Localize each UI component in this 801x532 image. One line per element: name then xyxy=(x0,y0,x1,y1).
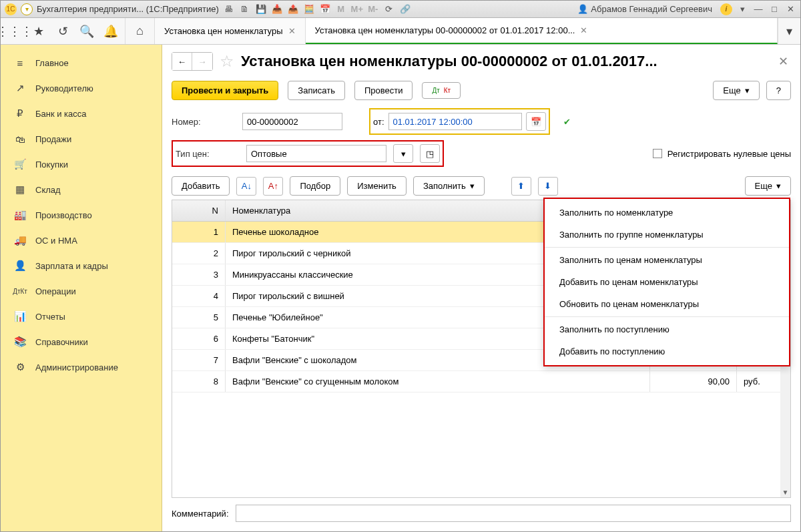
favorite-star-icon[interactable]: ☆ xyxy=(220,52,234,71)
write-button[interactable]: Записать xyxy=(288,81,345,100)
fill-by-receipt[interactable]: Заполнить по поступлению xyxy=(545,318,789,340)
sidebar-item-production[interactable]: 🏭Производство xyxy=(1,202,162,228)
refresh-icon[interactable]: ⟳ xyxy=(383,3,395,15)
cell-n: 5 xyxy=(172,307,226,328)
history-icon[interactable]: ↺ xyxy=(55,24,70,39)
app-logo-icon: 1С xyxy=(5,3,17,15)
tab-item[interactable]: Установка цен номенклатуры ✕ xyxy=(155,18,306,44)
sidebar-item-main[interactable]: ≡Главное xyxy=(1,50,162,75)
register-zero-checkbox[interactable]: Регистрировать нулевые цены xyxy=(653,149,791,159)
notifications-icon[interactable]: 🔔 xyxy=(103,24,118,39)
sidebar-item-reports[interactable]: 📊Отчеты xyxy=(1,304,162,329)
back-button[interactable]: ← xyxy=(172,53,192,70)
fill-by-group[interactable]: Заполнить по группе номенклатуры xyxy=(545,224,789,246)
price-type-highlight: Тип цен: Оптовые ▾ ◳ xyxy=(172,140,444,167)
change-button[interactable]: Изменить xyxy=(347,176,407,196)
date-field[interactable]: 01.01.2017 12:00:00 xyxy=(388,113,522,130)
sidebar-item-warehouse[interactable]: ▦Склад xyxy=(1,177,162,202)
fill-by-prices[interactable]: Заполнить по ценам номенклатуры xyxy=(545,249,789,271)
move-down-icon[interactable]: ⬇ xyxy=(538,177,558,196)
sidebar-item-purchases[interactable]: 🛒Покупки xyxy=(1,152,162,177)
titlebar: 1С ▾ Бухгалтерия предприяти... (1С:Предп… xyxy=(1,1,800,18)
sidebar-item-operations[interactable]: ДтКтОперации xyxy=(1,278,162,304)
help-button[interactable]: ? xyxy=(766,81,791,100)
select-dropdown-icon[interactable]: ▾ xyxy=(393,144,413,163)
fill-menu: Заполнить по номенклатуре Заполнить по г… xyxy=(543,198,790,366)
books-icon: 📚 xyxy=(14,336,26,348)
tab-label: Установка цен номенклатуры 00-00000002 о… xyxy=(315,25,575,35)
calc-icon[interactable]: 🧮 xyxy=(303,3,315,15)
current-user[interactable]: 👤 Абрамов Геннадий Сергеевич xyxy=(573,4,716,14)
fill-button[interactable]: Заполнить ▾ xyxy=(413,176,485,196)
save-icon[interactable]: 💾 xyxy=(255,3,267,15)
info-drop-icon[interactable]: ▾ xyxy=(736,3,748,15)
sidebar-item-assets[interactable]: 🚚ОС и НМА xyxy=(1,228,162,253)
add-by-prices[interactable]: Добавить по ценам номенклатуры xyxy=(545,271,789,293)
dtkt-button[interactable]: ДтКт xyxy=(422,82,461,99)
forward-button[interactable]: → xyxy=(192,53,212,70)
sidebar-item-admin[interactable]: ⚙Администрирование xyxy=(1,354,162,380)
tab-item-active[interactable]: Установка цен номенклатуры 00-00000002 о… xyxy=(306,18,778,44)
status-ok-icon: ✔ xyxy=(563,117,571,127)
tab-close-icon[interactable]: ✕ xyxy=(288,26,296,36)
close-doc-icon[interactable]: ✕ xyxy=(776,51,791,71)
add-row-button[interactable]: Добавить xyxy=(172,176,230,196)
search-icon[interactable]: 🔍 xyxy=(79,24,94,39)
apps-icon[interactable]: ⋮⋮⋮ xyxy=(7,24,22,39)
main-pane: ← → ☆ Установка цен номенклатуры 00-0000… xyxy=(162,45,800,531)
cell-n: 8 xyxy=(172,371,226,392)
tab-close-icon[interactable]: ✕ xyxy=(580,25,587,35)
clipboard2-icon[interactable]: 📤 xyxy=(287,3,299,15)
sidebar-item-sales[interactable]: 🛍Продажи xyxy=(1,126,162,152)
home-icon[interactable]: ⌂ xyxy=(133,24,148,39)
nav-buttons: ← → xyxy=(172,52,213,71)
sidebar-item-hr[interactable]: 👤Зарплата и кадры xyxy=(1,253,162,278)
chevron-down-icon: ▾ xyxy=(470,181,475,191)
pick-button[interactable]: Подбор xyxy=(290,176,340,196)
person-icon: 👤 xyxy=(14,260,26,272)
sidebar-item-catalogs[interactable]: 📚Справочники xyxy=(1,329,162,354)
zoom-in-icon[interactable]: M+ xyxy=(351,3,363,15)
number-field[interactable]: 00-00000002 xyxy=(242,113,342,130)
dropdown-icon[interactable]: ▾ xyxy=(21,3,33,15)
sidebar-item-bank[interactable]: ₽Банк и касса xyxy=(1,101,162,126)
quick-tools: ⋮⋮⋮ ★ ↺ 🔍 🔔 xyxy=(1,18,125,44)
tabbar: Установка цен номенклатуры ✕ Установка ц… xyxy=(155,18,778,44)
link-icon[interactable]: 🔗 xyxy=(399,3,411,15)
post-and-close-button[interactable]: Провести и закрыть xyxy=(172,81,278,100)
maximize-icon[interactable]: □ xyxy=(768,3,780,15)
info-icon[interactable]: i xyxy=(720,3,732,15)
zoom-out-icon[interactable]: M- xyxy=(367,3,379,15)
update-by-prices[interactable]: Обновить по ценам номенклатуры xyxy=(545,293,789,315)
print-icon[interactable]: 🖶 xyxy=(223,3,235,15)
table-more-button[interactable]: Еще ▾ xyxy=(745,176,791,196)
table-row[interactable]: 8Вафли "Венские" со сгущенным молоком90,… xyxy=(172,371,790,392)
col-n[interactable]: N xyxy=(172,200,226,221)
sort-asc-icon[interactable]: А↓ xyxy=(236,177,256,196)
number-label: Номер: xyxy=(172,117,236,127)
dtkt-icon: ДтКт xyxy=(14,285,26,297)
minimize-icon[interactable]: — xyxy=(752,3,764,15)
fill-by-nomenclature[interactable]: Заполнить по номенклатуре xyxy=(545,202,789,224)
tabs-menu-icon[interactable]: ▾ xyxy=(782,24,797,39)
clipboard1-icon[interactable]: 📥 xyxy=(271,3,283,15)
price-type-select[interactable]: Оптовые xyxy=(246,145,386,162)
comment-field[interactable] xyxy=(236,505,792,522)
move-up-icon[interactable]: ⬆ xyxy=(511,177,531,196)
calendar-picker-icon[interactable]: 📅 xyxy=(526,112,546,131)
sidebar-item-manager[interactable]: ↗Руководителю xyxy=(1,75,162,101)
add-by-receipt[interactable]: Добавить по поступлению xyxy=(545,340,789,362)
window-close-icon[interactable]: ✕ xyxy=(784,3,796,15)
cart-icon: 🛒 xyxy=(14,158,26,170)
open-ref-icon[interactable]: ◳ xyxy=(420,144,440,163)
post-button[interactable]: Провести xyxy=(354,81,413,100)
user-icon: 👤 xyxy=(577,4,588,14)
sort-desc-icon[interactable]: А↑ xyxy=(263,177,283,196)
preview-icon[interactable]: 🗎 xyxy=(239,3,251,15)
calendar-icon[interactable]: 📅 xyxy=(319,3,331,15)
zoom-reset-icon[interactable]: M xyxy=(335,3,347,15)
chart-icon: 📊 xyxy=(14,310,26,322)
scroll-down-icon[interactable]: ▼ xyxy=(782,489,789,496)
favorite-icon[interactable]: ★ xyxy=(31,24,46,39)
more-button[interactable]: Еще ▾ xyxy=(713,81,759,100)
